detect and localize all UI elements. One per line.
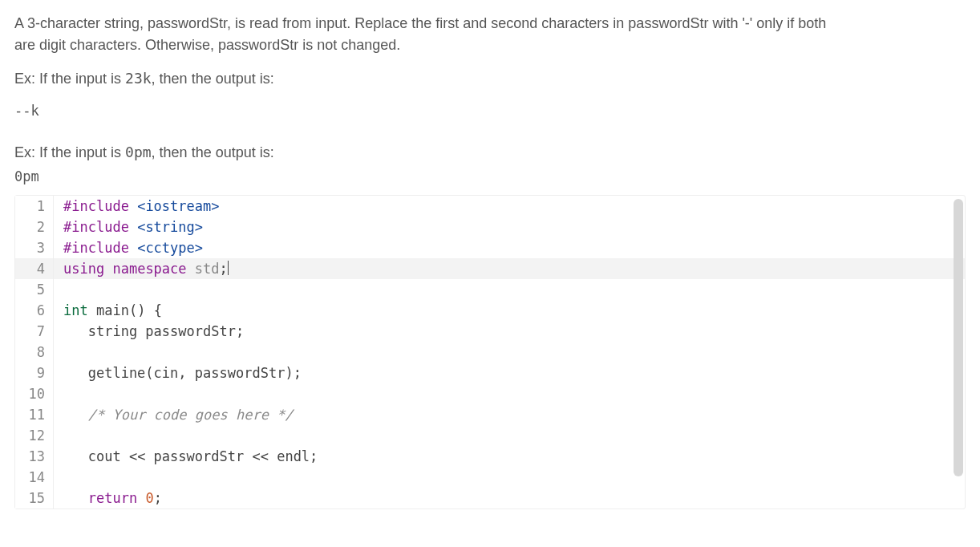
code-content[interactable]: cout << passwordStr << endl; [54, 446, 318, 467]
line-number: 15 [15, 488, 54, 509]
code-line[interactable]: 4using namespace std; [15, 258, 965, 279]
code-token: cin [154, 365, 179, 381]
code-content[interactable]: using namespace std; [54, 258, 229, 279]
problem-paragraph-1-b: are digit characters. Otherwise, passwor… [14, 37, 400, 53]
code-content[interactable]: #include <string> [54, 217, 203, 237]
line-number: 6 [15, 300, 54, 321]
scrollbar-thumb[interactable] [954, 199, 963, 476]
code-token: , [178, 365, 186, 381]
code-token [63, 407, 88, 423]
code-token: std [195, 261, 220, 277]
code-line[interactable]: 1#include <iostream> [15, 196, 965, 217]
example-1-output: --k [14, 101, 966, 122]
code-token: int [63, 302, 88, 318]
code-token: passwordStr [145, 448, 252, 464]
code-content[interactable]: getline(cin, passwordStr); [54, 363, 302, 383]
code-token: namespace [112, 261, 186, 277]
code-token: { [154, 302, 162, 318]
code-content[interactable]: /* Your code goes here */ [54, 404, 294, 425]
code-token [129, 198, 137, 214]
code-content[interactable] [54, 467, 63, 488]
code-token: << [252, 448, 268, 464]
example-1-line: Ex: If the input is 23k, then the output… [14, 67, 966, 90]
line-number: 10 [15, 383, 54, 404]
code-line[interactable]: 2#include <string> [15, 217, 965, 237]
code-line[interactable]: 9 getline(cin, passwordStr); [15, 363, 965, 383]
line-number: 4 [15, 258, 54, 279]
code-token: ; [236, 323, 244, 339]
code-line[interactable]: 11 /* Your code goes here */ [15, 404, 965, 425]
code-content[interactable]: int main() { [54, 300, 162, 321]
code-token [187, 261, 195, 277]
code-token: endl [269, 448, 310, 464]
text-cursor [228, 261, 229, 275]
code-editor[interactable]: 1#include <iostream>2#include <string>3#… [14, 195, 966, 509]
code-content[interactable]: return 0; [54, 488, 162, 509]
code-token: string passwordStr [63, 323, 236, 339]
code-line[interactable]: 10 [15, 383, 965, 404]
code-token: passwordStr [187, 365, 285, 381]
code-token: getline [63, 365, 145, 381]
code-content[interactable]: #include <cctype> [54, 237, 203, 258]
line-number: 14 [15, 467, 54, 488]
line-number: 9 [15, 363, 54, 383]
example-2-output: 0pm [14, 167, 966, 188]
example-2-input-code: 0pm [125, 144, 152, 160]
line-number: 2 [15, 217, 54, 237]
code-line[interactable]: 12 [15, 425, 965, 446]
code-token: #include [63, 198, 129, 214]
example-2-pre: Ex: If the input is [14, 144, 125, 160]
code-content[interactable] [54, 279, 63, 300]
code-token: ; [310, 448, 318, 464]
example-2-line: Ex: If the input is 0pm, then the output… [14, 141, 966, 164]
code-line[interactable]: 3#include <cctype> [15, 237, 965, 258]
code-token: <cctype> [137, 240, 203, 256]
code-token: << [129, 448, 145, 464]
line-number: 3 [15, 237, 54, 258]
code-content[interactable]: string passwordStr; [54, 321, 244, 342]
line-number: 12 [15, 425, 54, 446]
code-token: <string> [137, 219, 203, 235]
problem-paragraph-1-a: A 3-character string, passwordStr, is re… [14, 15, 826, 31]
problem-paragraph-1: A 3-character string, passwordStr, is re… [14, 13, 966, 56]
code-token [145, 302, 153, 318]
code-editor-lines[interactable]: 1#include <iostream>2#include <string>3#… [15, 196, 965, 509]
problem-statement: A 3-character string, passwordStr, is re… [14, 13, 966, 187]
code-line[interactable]: 14 [15, 467, 965, 488]
code-line[interactable]: 6int main() { [15, 300, 965, 321]
code-line[interactable]: 7 string passwordStr; [15, 321, 965, 342]
code-line[interactable]: 5 [15, 279, 965, 300]
code-token: using [63, 261, 104, 277]
line-number: 7 [15, 321, 54, 342]
code-token: /* Your code goes here */ [88, 407, 294, 423]
code-token: ; [154, 490, 162, 506]
code-token: ; [220, 261, 228, 277]
line-number: 11 [15, 404, 54, 425]
example-1-post: , then the output is: [152, 71, 274, 87]
code-token: main [88, 302, 129, 318]
code-content[interactable] [54, 342, 63, 363]
line-number: 1 [15, 196, 54, 217]
code-content[interactable] [54, 425, 63, 446]
code-line[interactable]: 13 cout << passwordStr << endl; [15, 446, 965, 467]
line-number: 5 [15, 279, 54, 300]
code-token: cout [63, 448, 129, 464]
line-number: 13 [15, 446, 54, 467]
code-token [104, 261, 112, 277]
code-line[interactable]: 15 return 0; [15, 488, 965, 509]
code-token: <iostream> [137, 198, 219, 214]
code-line[interactable]: 8 [15, 342, 965, 363]
code-content[interactable]: #include <iostream> [54, 196, 220, 217]
code-token: #include [63, 219, 129, 235]
code-token [129, 240, 137, 256]
example-1-input-code: 23k [125, 70, 152, 87]
example-1-pre: Ex: If the input is [14, 71, 125, 87]
code-token: ( [145, 365, 153, 381]
code-token: #include [63, 240, 129, 256]
code-token: ); [285, 365, 301, 381]
line-number: 8 [15, 342, 54, 363]
code-content[interactable] [54, 383, 63, 404]
example-2-post: , then the output is: [152, 144, 274, 160]
code-token: return [88, 490, 137, 506]
code-token: 0 [145, 490, 153, 506]
